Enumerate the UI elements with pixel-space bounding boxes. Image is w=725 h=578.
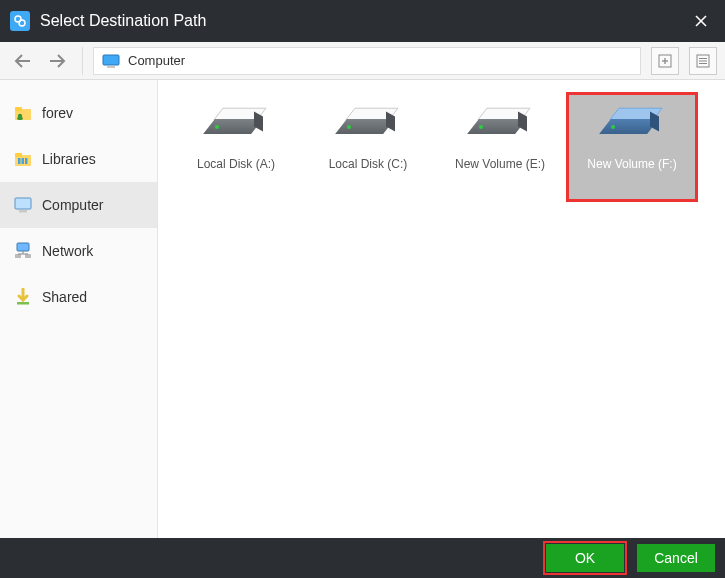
shared-icon (14, 288, 32, 306)
sidebar-item-label: Computer (42, 197, 103, 213)
svg-rect-24 (15, 198, 31, 209)
nav-forward-button[interactable] (42, 47, 72, 75)
svg-rect-16 (15, 107, 22, 111)
ok-button-label: OK (575, 550, 595, 566)
ok-button-highlight: OK (543, 541, 627, 575)
sidebar-item-label: Libraries (42, 151, 96, 167)
list-view-icon (696, 54, 710, 68)
close-icon (694, 14, 708, 28)
sidebar-item-libraries[interactable]: Libraries (0, 136, 157, 182)
new-folder-button[interactable] (651, 47, 679, 75)
sidebar-item-forev[interactable]: forev (0, 90, 157, 136)
svg-rect-31 (17, 302, 29, 305)
svg-rect-28 (25, 254, 31, 258)
dialog-window: Select Destination Path Computer (0, 0, 725, 578)
app-icon (10, 11, 30, 31)
svg-rect-22 (22, 158, 25, 164)
drive-item[interactable]: New Volume (F:) (566, 92, 698, 202)
dialog-body: forev Libraries Computer Network (0, 80, 725, 538)
svg-rect-7 (107, 66, 115, 68)
toolbar: Computer (0, 42, 725, 80)
path-box[interactable]: Computer (93, 47, 641, 75)
cancel-button[interactable]: Cancel (637, 544, 715, 572)
svg-point-1 (19, 20, 25, 26)
drive-item[interactable]: New Volume (E:) (434, 92, 566, 202)
cancel-button-label: Cancel (654, 550, 698, 566)
svg-rect-6 (103, 55, 119, 65)
titlebar: Select Destination Path (0, 0, 725, 42)
arrow-right-icon (47, 53, 67, 69)
drive-item[interactable]: Local Disk (A:) (170, 92, 302, 202)
user-folder-icon (14, 104, 32, 122)
drive-item[interactable]: Local Disk (C:) (302, 92, 434, 202)
network-icon (14, 242, 32, 260)
computer-icon (14, 196, 32, 214)
sidebar-item-network[interactable]: Network (0, 228, 157, 274)
close-button[interactable] (687, 7, 715, 35)
sidebar-item-label: forev (42, 105, 73, 121)
sidebar: forev Libraries Computer Network (0, 80, 158, 538)
hard-drive-icon (341, 105, 395, 145)
nav-back-button[interactable] (8, 47, 38, 75)
toolbar-separator (82, 47, 83, 75)
content-area: Local Disk (A:) Local Disk (C:) New Volu… (158, 80, 725, 538)
drive-label: New Volume (E:) (455, 157, 545, 171)
hard-drive-icon (209, 105, 263, 145)
drive-label: Local Disk (A:) (197, 157, 275, 171)
svg-rect-21 (18, 158, 21, 164)
path-label: Computer (128, 53, 185, 68)
drive-label: New Volume (F:) (587, 157, 676, 171)
footer: OK Cancel (0, 538, 725, 578)
hard-drive-icon (473, 105, 527, 145)
computer-icon (102, 54, 120, 68)
svg-rect-18 (17, 117, 23, 120)
drive-label: Local Disk (C:) (329, 157, 408, 171)
sidebar-item-shared[interactable]: Shared (0, 274, 157, 320)
svg-rect-20 (15, 153, 22, 157)
svg-rect-27 (15, 254, 21, 258)
sidebar-item-label: Shared (42, 289, 87, 305)
sidebar-item-computer[interactable]: Computer (0, 182, 157, 228)
hard-drive-icon (605, 105, 659, 145)
svg-rect-23 (25, 158, 28, 164)
plus-icon (658, 54, 672, 68)
view-list-button[interactable] (689, 47, 717, 75)
sidebar-item-label: Network (42, 243, 93, 259)
libraries-icon (14, 150, 32, 168)
svg-rect-26 (17, 243, 29, 251)
svg-rect-25 (19, 210, 27, 213)
arrow-left-icon (13, 53, 33, 69)
ok-button[interactable]: OK (546, 544, 624, 572)
title-text: Select Destination Path (40, 12, 687, 30)
